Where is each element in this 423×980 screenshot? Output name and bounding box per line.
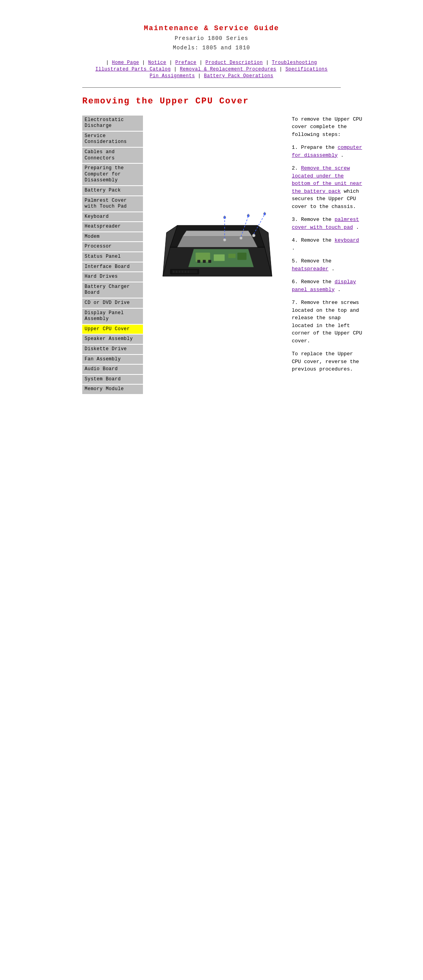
step-5-number: 5. (292, 258, 301, 264)
step-4-text: Remove the (301, 237, 334, 243)
nav-parts[interactable]: Illustrated Parts Catalog (95, 67, 171, 72)
image-and-text: To remove the Upper CPU cover complete t… (147, 116, 362, 379)
step-3-after: . (356, 224, 359, 230)
step-6-text: Remove the (301, 279, 334, 285)
step-7-text: Remove three screws located on the top a… (292, 300, 362, 344)
header: Maintenance & Service Guide Presario 180… (82, 24, 341, 52)
svg-rect-7 (228, 253, 236, 258)
step-4-after: . (292, 245, 295, 251)
svg-rect-8 (237, 252, 246, 260)
sidebar-item-audio[interactable]: Audio Board (82, 365, 143, 374)
sidebar-item-memory[interactable]: Memory Module (82, 385, 143, 394)
sidebar-item-processor[interactable]: Processor (82, 242, 143, 251)
nav-home[interactable]: Home Page (112, 60, 139, 65)
svg-rect-6 (214, 254, 225, 261)
right-text: To remove the Upper CPU cover complete t… (292, 116, 362, 379)
step-4-number: 4. (292, 237, 301, 243)
header-subtitle2: Models: 1805 and 1810 (82, 44, 341, 52)
sidebar-item-battery-pack[interactable]: Battery Pack (82, 186, 143, 195)
nav-specs[interactable]: Specifications (286, 67, 328, 72)
sidebar-item-system-board[interactable]: System Board (82, 375, 143, 384)
sidebar-item-modem[interactable]: Modem (82, 232, 143, 242)
nav-product[interactable]: Product Description (206, 60, 263, 65)
sidebar-item-fan[interactable]: Fan Assembly (82, 355, 143, 364)
step-1-number: 1. (292, 145, 301, 150)
svg-point-14 (223, 238, 226, 241)
step-3-text: Remove the (301, 217, 334, 222)
step-5-text: Remove the (301, 258, 331, 264)
step-6-number: 6. (292, 279, 301, 285)
svg-rect-27 (172, 270, 197, 273)
sidebar-item-preparing[interactable]: Preparing the Computer for Disassembly (82, 164, 143, 185)
step-7: 7. Remove three screws located on the to… (292, 299, 362, 345)
sidebar-item-upper-cpu[interactable]: Upper CPU Cover (82, 325, 143, 334)
laptop-image-area (147, 116, 288, 379)
top-rule (82, 87, 341, 88)
step-5-link[interactable]: heatspreader (292, 266, 329, 272)
sidebar-item-interface-board[interactable]: Interface Board (82, 262, 143, 272)
sidebar-item-diskette[interactable]: Diskette Drive (82, 345, 143, 354)
sidebar-item-status-panel[interactable]: Status Panel (82, 252, 143, 262)
step-1-after: . (341, 152, 344, 158)
sidebar-item-cables[interactable]: Cables and Connectors (82, 148, 143, 163)
svg-marker-12 (177, 236, 257, 247)
step-6-after: . (338, 287, 341, 293)
svg-rect-11 (208, 260, 211, 262)
step-5: 5. Remove the heatspreader . (292, 257, 362, 273)
step-7-number: 7. (292, 300, 301, 306)
nav-preface[interactable]: Preface (175, 60, 197, 65)
closing-text: To replace the Upper CPU cover, reverse … (292, 350, 362, 373)
sidebar-item-display-panel[interactable]: Display Panel Assembly (82, 309, 143, 324)
intro-text: To remove the Upper CPU cover complete t… (292, 116, 362, 139)
step-3-number: 3. (292, 217, 301, 222)
sidebar-item-hard-drives[interactable]: Hard Drives (82, 272, 143, 282)
step-5-after: . (331, 266, 334, 272)
nav-battery-ops[interactable]: Battery Pack Operations (204, 73, 273, 79)
svg-point-18 (240, 237, 242, 239)
sidebar-item-palmrest[interactable]: Palmrest Cover with Touch Pad (82, 196, 143, 212)
header-title: Maintenance & Service Guide (82, 24, 341, 33)
page-title: Removing the Upper CPU Cover (82, 96, 341, 108)
nav-troubleshooting[interactable]: Troubleshooting (272, 60, 317, 65)
nav-bar: | Home Page | Notice | Preface | Product… (82, 60, 341, 79)
nav-removal[interactable]: Removal & Replacement Procedures (180, 67, 276, 72)
step-4-link[interactable]: keyboard (334, 237, 359, 243)
page-wrapper: Maintenance & Service Guide Presario 180… (74, 0, 349, 410)
svg-rect-9 (197, 260, 200, 262)
nav-notice[interactable]: Notice (148, 60, 166, 65)
step-2-number: 2. (292, 165, 301, 171)
sidebar-item-service[interactable]: Service Considerations (82, 132, 143, 147)
sidebar-item-heatspreader[interactable]: Heatspreader (82, 222, 143, 231)
svg-rect-10 (203, 260, 206, 262)
content-area: Electrostatic Discharge Service Consider… (82, 116, 341, 395)
step-1-text: Prepare the (301, 145, 338, 150)
step-2: 2. Remove the screw located under the bo… (292, 165, 362, 210)
step-4: 4. Remove the keyboard . (292, 237, 362, 252)
step-6: 6. Remove the display panel assembly . (292, 278, 362, 293)
laptop-svg (147, 196, 288, 298)
sidebar-item-speaker[interactable]: Speaker Assembly (82, 335, 143, 344)
svg-point-22 (252, 234, 255, 237)
nav-pin[interactable]: Pin Assignments (150, 73, 195, 79)
sidebar-item-keyboard[interactable]: Keyboard (82, 212, 143, 222)
header-subtitle1: Presario 1800 Series (82, 35, 341, 43)
step-1: 1. Prepare the computer for disassembly … (292, 144, 362, 159)
step-3: 3. Remove the palmrest cover with touch … (292, 216, 362, 231)
main-content: To remove the Upper CPU cover complete t… (143, 116, 362, 379)
sidebar-item-cd-dvd[interactable]: CD or DVD Drive (82, 298, 143, 308)
sidebar-item-battery-charger[interactable]: Battery Charger Board (82, 282, 143, 298)
sidebar: Electrostatic Discharge Service Consider… (82, 116, 143, 395)
sidebar-item-electrostatic[interactable]: Electrostatic Discharge (82, 116, 143, 131)
